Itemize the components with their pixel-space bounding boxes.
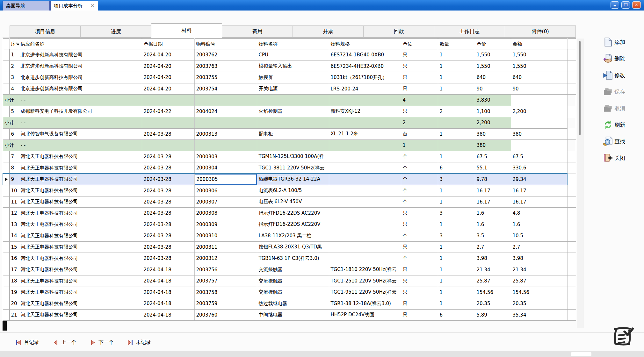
cell-spec[interactable]: TGC1-9511 220V 50Hz(祥云 — [329, 287, 401, 298]
column-header-3[interactable]: 单据日期 — [142, 39, 194, 49]
cell-no[interactable]: 21 — [9, 309, 19, 321]
nav-prev-record[interactable]: 上一个 — [53, 339, 76, 346]
cell-date[interactable]: 2024-04-22 — [142, 106, 194, 117]
column-header-1[interactable]: 序号 — [9, 39, 19, 49]
cell-name[interactable]: 指示灯FD16-22DS AC220V — [257, 208, 329, 219]
cell-date[interactable]: 2024-03-28 — [142, 241, 194, 253]
cell-price[interactable]: 55.1 — [475, 162, 511, 174]
cell-qty[interactable]: 1 — [438, 298, 475, 310]
cell-supplier[interactable]: 河北天正电器科技有限公司 — [19, 287, 142, 298]
cell-no[interactable]: 10 — [9, 185, 19, 196]
cell-amount[interactable]: 20.35 — [511, 298, 567, 310]
cell-qty[interactable]: 1 — [438, 275, 475, 287]
cell-name[interactable]: 触摸屏 — [257, 72, 329, 83]
column-header-5[interactable]: 物料名称 — [257, 39, 329, 49]
cell-name[interactable]: 热继电器TGR36-32 14-22A — [257, 174, 329, 185]
cell-unit[interactable]: 个 — [401, 174, 438, 185]
toolbar-button-refresh[interactable]: 刷新 — [603, 117, 643, 133]
cell-no[interactable]: 3 — [9, 72, 19, 83]
cell-unit[interactable]: 只 — [401, 275, 438, 287]
cell-supplier[interactable]: 河北天正电器科技有限公司 — [19, 275, 142, 287]
cell-code[interactable]: 2003757 — [194, 275, 257, 287]
cell-supplier[interactable]: 北京进步创新高科技有限公司 — [19, 83, 142, 95]
cell-name[interactable]: 电压表 6L2-V 450V — [257, 196, 329, 208]
cell-supplier[interactable]: 河北天正电器科技有限公司 — [19, 208, 142, 219]
cell-amount[interactable]: 16.17 — [511, 185, 567, 196]
column-header-9[interactable]: 单价 — [475, 39, 511, 49]
cell-unit[interactable]: 只 — [401, 309, 438, 321]
minimize-button[interactable]: ▬ — [611, 1, 619, 9]
desktop-nav-tab[interactable]: 桌面导航 — [3, 1, 50, 11]
cell-date[interactable]: 2024-03-28 — [142, 230, 194, 242]
cell-amount[interactable]: 25.87 — [511, 275, 567, 287]
cell-name[interactable]: 模拟量输入输出 — [257, 61, 329, 72]
cell-amount[interactable]: 4.8 — [511, 208, 567, 219]
cell-code[interactable]: 2000305 — [194, 174, 257, 185]
cell-qty[interactable]: 1 — [438, 287, 475, 298]
cell-unit[interactable]: 个 — [401, 185, 438, 196]
cell-price[interactable]: 90 — [475, 83, 511, 95]
cell-qty[interactable]: 1 — [438, 151, 475, 162]
module-tab-0[interactable]: 项目信息 — [10, 25, 81, 38]
cell-code[interactable]: 2000312 — [194, 253, 257, 264]
cell-name[interactable]: 中间继电器 — [257, 309, 329, 321]
row-selector-gutter[interactable] — [3, 49, 9, 61]
cell-qty[interactable]: 3 — [438, 208, 475, 219]
cell-unit[interactable]: 只 — [401, 72, 438, 83]
toolbar-button-modify[interactable]: 修改 — [603, 67, 643, 83]
cell-price[interactable]: 20.35 — [475, 298, 511, 310]
row-selector-gutter[interactable] — [3, 230, 9, 242]
nav-last-record[interactable]: 末记录 — [127, 339, 151, 346]
cell-qty[interactable]: 1 — [438, 185, 475, 196]
module-tab-6[interactable]: 工作日志 — [434, 25, 505, 38]
cell-amount[interactable]: 154.56 — [511, 287, 567, 298]
cell-amount[interactable]: 1,550 — [511, 49, 567, 61]
cell-qty[interactable]: 3 — [438, 230, 475, 242]
row-selector-gutter[interactable] — [3, 151, 9, 162]
module-tab-2[interactable]: 材料 — [151, 23, 222, 38]
module-tab-7[interactable]: 附件(0) — [505, 25, 576, 38]
toolbar-button-find[interactable]: 查找 — [603, 133, 643, 150]
cell-code[interactable]: 2003762 — [194, 49, 257, 61]
module-tab-3[interactable]: 费用 — [222, 25, 293, 38]
cell-no[interactable]: 16 — [9, 253, 19, 264]
cell-qty[interactable]: 1 — [438, 253, 475, 264]
cell-price[interactable]: 2.7 — [475, 241, 511, 253]
cell-amount[interactable]: 330.6 — [511, 162, 567, 174]
toolbar-button-delete[interactable]: 删除 — [603, 50, 643, 67]
row-selector-gutter[interactable] — [3, 106, 9, 117]
cell-code[interactable]: 2000309 — [194, 219, 257, 230]
cell-code[interactable]: 2003763 — [194, 61, 257, 72]
cell-supplier[interactable]: 河北天正电器科技有限公司 — [19, 151, 142, 162]
cell-amount[interactable]: 21.34 — [511, 264, 567, 275]
module-tab-1[interactable]: 进度 — [80, 25, 151, 38]
cell-name[interactable]: 配电柜 — [257, 128, 329, 140]
cell-spec[interactable]: 6ES7214-1BG40-0XB0 — [329, 49, 401, 61]
cell-supplier[interactable]: 河北传智电气设备有限公司 — [19, 128, 142, 140]
cell-no[interactable]: 4 — [9, 83, 19, 95]
cell-price[interactable]: 21.34 — [475, 264, 511, 275]
cell-price[interactable]: 16.17 — [475, 185, 511, 196]
cell-unit[interactable]: 个 — [401, 196, 438, 208]
cell-qty[interactable]: 1 — [438, 264, 475, 275]
toolbar-button-close[interactable]: 关闭 — [603, 150, 643, 166]
cell-qty[interactable]: 2 — [438, 106, 475, 117]
cell-no[interactable]: 18 — [9, 275, 19, 287]
cell-amount[interactable]: 29.34 — [511, 174, 567, 185]
cell-no[interactable]: 5 — [9, 106, 19, 117]
cell-supplier[interactable]: 成都新科安电子科技开发有限公司 — [19, 106, 142, 117]
row-selector-gutter[interactable] — [3, 128, 9, 140]
cell-code[interactable]: 2000307 — [194, 196, 257, 208]
cell-amount[interactable]: 640 — [511, 72, 567, 83]
row-selector-gutter[interactable] — [3, 275, 9, 287]
vertical-scrollbar-thumb[interactable] — [579, 41, 581, 135]
cell-date[interactable]: 2024-03-28 — [142, 162, 194, 174]
cell-no[interactable]: 9 — [9, 174, 19, 185]
cell-spec[interactable]: LRS-200-24 — [329, 83, 401, 95]
cell-code[interactable]: 2000303 — [194, 151, 257, 162]
cell-no[interactable]: 14 — [9, 230, 19, 242]
cell-unit[interactable]: 只 — [401, 83, 438, 95]
cell-spec[interactable]: 1031kt（261*180开孔） — [329, 72, 401, 83]
cell-price[interactable]: 9.78 — [475, 174, 511, 185]
cell-name[interactable]: 按钮FLA38-20X31-Q3/TD黑 — [257, 241, 329, 253]
